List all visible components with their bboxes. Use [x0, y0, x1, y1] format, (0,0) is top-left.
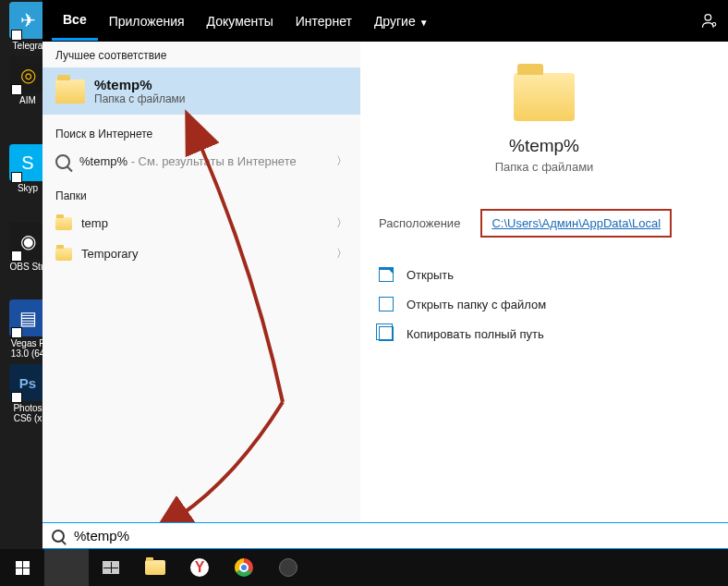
action-label: Открыть папку с файлом — [406, 298, 546, 311]
result-preview-pane: %temp% Папка с файлами Расположение C:\U… — [360, 42, 728, 522]
open-folder-icon — [379, 297, 394, 311]
location-label: Расположение — [379, 216, 460, 230]
search-input-container — [42, 522, 728, 549]
tab-more[interactable]: Другие▼ — [363, 3, 440, 40]
tab-more-label: Другие — [374, 14, 416, 29]
icon-label: OBS Stu — [10, 262, 46, 272]
icon-label: Photos CS6 (x — [13, 403, 42, 423]
photoshop-icon: Ps — [9, 364, 46, 401]
task-view-icon — [103, 561, 119, 574]
icon-label: Telegra — [13, 41, 43, 51]
location-path-link[interactable]: C:\Users\Админ\AppData\Local — [480, 209, 672, 238]
web-search-item[interactable]: %temp% - См. результаты в Интернете 〉 — [42, 146, 360, 177]
copy-icon — [379, 326, 394, 341]
search-icon — [55, 154, 70, 169]
action-label: Копировать полный путь — [406, 327, 544, 341]
taskbar-yandex[interactable]: Y — [177, 549, 222, 586]
search-filter-tabs: Все Приложения Документы Интернет Другие… — [42, 0, 728, 42]
folder-icon — [145, 560, 165, 575]
icon-label: AIM — [19, 95, 36, 105]
folder-item-label: temp — [81, 216, 327, 230]
windows-icon — [16, 561, 30, 575]
taskbar-app[interactable] — [266, 549, 310, 586]
search-icon — [52, 530, 65, 543]
web-search-header: Поиск в Интернете — [42, 120, 360, 146]
tab-all[interactable]: Все — [52, 1, 98, 41]
folder-icon — [55, 217, 72, 230]
folder-icon — [55, 248, 72, 261]
taskbar-search-button[interactable] — [44, 549, 89, 586]
results-list: Лучшее соответствие %temp% Папка с файла… — [42, 42, 360, 522]
skype-icon: S — [9, 144, 46, 181]
best-match-header: Лучшее соответствие — [42, 42, 360, 67]
chevron-right-icon: 〉 — [336, 215, 347, 231]
aimp-icon: ◎ — [9, 56, 46, 93]
action-label: Открыть — [406, 268, 454, 282]
folder-item-temp[interactable]: temp 〉 — [42, 208, 360, 238]
folder-item-label: Temporary — [81, 247, 327, 261]
task-view-button[interactable] — [89, 549, 133, 586]
folders-header: Папки — [42, 182, 360, 208]
best-match-title: %temp% — [94, 77, 186, 92]
obs-icon: ◉ — [9, 223, 46, 260]
chevron-right-icon: 〉 — [336, 153, 347, 169]
start-button[interactable] — [0, 549, 44, 586]
web-item-term: %temp% — [79, 154, 127, 168]
taskbar: Y — [0, 549, 728, 586]
folder-icon — [55, 79, 85, 104]
tab-internet[interactable]: Интернет — [285, 3, 363, 40]
yandex-icon: Y — [190, 558, 209, 577]
preview-actions: Открыть Открыть папку с файлом Копироват… — [379, 260, 710, 348]
icon-label: Vegas F 13.0 (64 — [11, 338, 45, 359]
tab-apps[interactable]: Приложения — [98, 3, 196, 40]
folder-item-temporary[interactable]: Temporary 〉 — [42, 238, 360, 269]
svg-point-0 — [705, 14, 711, 20]
chevron-down-icon: ▼ — [419, 18, 429, 28]
folder-icon — [514, 73, 575, 121]
taskbar-chrome[interactable] — [222, 549, 266, 586]
account-icon[interactable] — [700, 12, 719, 31]
telegram-icon: ✈ — [9, 2, 46, 39]
open-icon — [379, 267, 394, 282]
web-item-suffix: - См. результаты в Интернете — [127, 154, 297, 168]
app-icon — [279, 558, 297, 577]
tab-documents[interactable]: Документы — [196, 3, 285, 40]
taskbar-explorer[interactable] — [133, 549, 177, 586]
chevron-right-icon: 〉 — [336, 246, 347, 262]
action-open[interactable]: Открыть — [379, 260, 710, 289]
icon-label: Skyp — [18, 183, 38, 193]
action-open-location[interactable]: Открыть папку с файлом — [379, 289, 710, 319]
preview-title: %temp% — [379, 136, 710, 156]
vegas-icon: ▤ — [9, 299, 46, 336]
search-input[interactable] — [74, 528, 719, 543]
chrome-icon — [235, 558, 253, 577]
best-match-subtitle: Папка с файлами — [94, 92, 186, 105]
best-match-item[interactable]: %temp% Папка с файлами — [42, 67, 360, 115]
preview-subtitle: Папка с файлами — [379, 160, 710, 174]
search-results-panel: Лучшее соответствие %temp% Папка с файла… — [42, 42, 728, 522]
action-copy-path[interactable]: Копировать полный путь — [379, 319, 710, 348]
